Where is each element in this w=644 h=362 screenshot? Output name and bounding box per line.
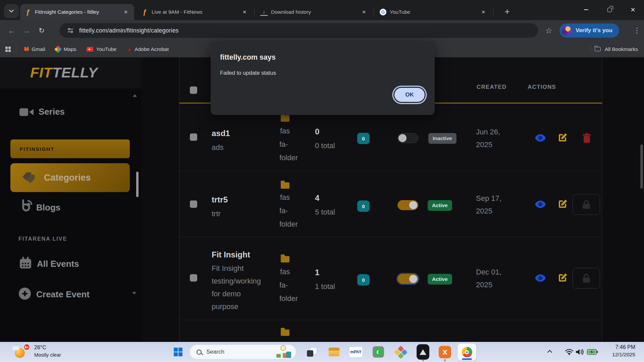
delete-trash-icon[interactable]: [581, 132, 593, 144]
edit-icon[interactable]: [556, 272, 569, 284]
view-eye-icon[interactable]: [534, 272, 546, 284]
clock-date[interactable]: 12/1/2025: [612, 352, 635, 358]
battery-charging-icon[interactable]: [587, 349, 598, 356]
edit-icon[interactable]: [556, 132, 569, 144]
count-badge: 0: [357, 200, 370, 212]
sidebar-item-all-events[interactable]: All Events: [37, 259, 79, 269]
tab-separator: [374, 9, 374, 15]
category-description: for demo: [212, 290, 241, 298]
view-eye-icon[interactable]: [534, 132, 546, 144]
task-view-button[interactable]: [307, 348, 316, 357]
pyramid-icon: [420, 349, 426, 355]
new-tab-button[interactable]: [502, 6, 513, 17]
sidebar-item-fitinsight[interactable]: FITINSIGHT: [10, 139, 130, 158]
dark-app-button[interactable]: [417, 344, 429, 360]
dialog-ok-button[interactable]: OK: [393, 87, 426, 103]
tab-separator: [254, 9, 255, 15]
screen: FitInsight Categories - fitlley Live at …: [0, 0, 644, 362]
apps-grid-icon[interactable]: [5, 47, 11, 52]
browser-menu-icon[interactable]: [632, 24, 642, 37]
verify-its-you-button[interactable]: Verify it's you: [559, 23, 619, 38]
icon-class-text: fas: [280, 193, 290, 202]
view-eye-icon[interactable]: [534, 198, 546, 210]
taskbar-search[interactable]: Search: [190, 345, 296, 359]
row-separator: [179, 171, 602, 171]
download-favicon-icon: [260, 8, 268, 16]
file-explorer-button[interactable]: [329, 348, 339, 356]
sidebar-item-categories[interactable]: Categories: [10, 163, 130, 192]
row-checkbox[interactable]: [190, 274, 197, 282]
forward-button[interactable]: →: [19, 23, 34, 38]
reload-button[interactable]: ↻: [34, 23, 49, 38]
lock-button[interactable]: [573, 194, 600, 215]
sidebar-scrollbar[interactable]: [136, 172, 139, 197]
weather-temperature: 26°C: [34, 345, 46, 351]
window-minimize-button[interactable]: [576, 0, 596, 19]
scroll-down-icon[interactable]: [132, 292, 136, 295]
select-all-checkbox[interactable]: [190, 86, 197, 94]
tab-youtube[interactable]: YouTube: [376, 4, 492, 20]
close-tab-icon[interactable]: [479, 8, 488, 16]
scroll-up-icon[interactable]: [133, 94, 137, 97]
blog-icon: [20, 199, 33, 214]
icon-class-text: folder: [279, 294, 298, 303]
mpay-label: mPAY: [350, 350, 361, 354]
icon-class-text: fa-: [279, 206, 288, 215]
tab-download-history[interactable]: Download history: [256, 4, 372, 20]
video-total: 0 total: [315, 141, 335, 150]
sidebar-item-blogs[interactable]: Blogs: [36, 202, 60, 213]
whatsapp-button[interactable]: [373, 346, 384, 358]
icon-class-text: fas: [280, 127, 290, 135]
bookmark-youtube[interactable]: YouTube: [87, 46, 117, 52]
status-badge: Active: [428, 200, 452, 211]
bookmark-gmail[interactable]: Gmail: [24, 46, 45, 53]
tab-strip: FitInsight Categories - fitlley Live at …: [0, 0, 644, 20]
edit-icon[interactable]: [556, 198, 569, 210]
folder-icon: [281, 256, 289, 262]
lock-button[interactable]: [573, 268, 600, 289]
dialog-title: fittelly.com says: [220, 53, 276, 62]
created-date: Dec 01,: [476, 268, 501, 277]
running-app-dot: [444, 359, 446, 361]
mpay-app-button[interactable]: mPAY: [350, 347, 362, 357]
close-tab-icon[interactable]: [240, 8, 249, 16]
status-toggle[interactable]: [397, 200, 418, 210]
bookmark-maps[interactable]: Maps: [55, 46, 76, 52]
close-tab-icon[interactable]: [360, 8, 368, 16]
status-toggle[interactable]: [397, 133, 418, 143]
address-bar[interactable]: fittelly.com/admin/fitinsight/categories: [60, 23, 538, 38]
sidebar-item-create-event[interactable]: Create Event: [36, 289, 90, 300]
tab-search-button[interactable]: [4, 4, 19, 18]
lock-icon: [582, 200, 590, 209]
folder-icon: [595, 47, 601, 51]
tab-fitinsight-categories[interactable]: FitInsight Categories - fitlley: [20, 4, 134, 20]
chrome-button-active[interactable]: [458, 344, 476, 361]
back-button[interactable]: ←: [4, 23, 19, 38]
category-description: purpose: [212, 302, 238, 311]
bookmark-star-icon[interactable]: [541, 23, 556, 38]
weather-widget[interactable]: 9+: [12, 345, 31, 359]
start-button[interactable]: [174, 348, 182, 356]
page-scrollbar[interactable]: [640, 144, 643, 189]
window-close-button[interactable]: [623, 0, 643, 19]
bookmark-adobe[interactable]: Adobe Acrobat: [126, 46, 169, 52]
tray-chevron-icon[interactable]: [547, 350, 552, 355]
row-checkbox[interactable]: [190, 133, 197, 141]
site-info-icon[interactable]: [67, 27, 74, 34]
diamond-app-button[interactable]: [394, 346, 408, 359]
volume-icon[interactable]: [576, 349, 584, 357]
close-tab-icon[interactable]: [121, 8, 130, 16]
youtube-icon: [87, 47, 93, 52]
status-toggle-focused[interactable]: [397, 274, 418, 284]
tab-fitnews[interactable]: Live at 9AM - FitNews: [137, 4, 253, 20]
sidebar-item-series[interactable]: Series: [39, 107, 65, 117]
xampp-button[interactable]: X: [439, 346, 451, 358]
window-restore-button[interactable]: [599, 0, 620, 19]
sidebar-section-fitarena: FITARENA LIVE: [18, 236, 67, 242]
clock-time[interactable]: 7:46 PM: [615, 344, 635, 350]
wifi-icon[interactable]: [565, 349, 574, 357]
folder-icon: [281, 115, 289, 122]
google-favicon-icon: [380, 9, 386, 15]
all-bookmarks-button[interactable]: All Bookmarks: [590, 45, 638, 53]
row-checkbox[interactable]: [190, 200, 197, 208]
